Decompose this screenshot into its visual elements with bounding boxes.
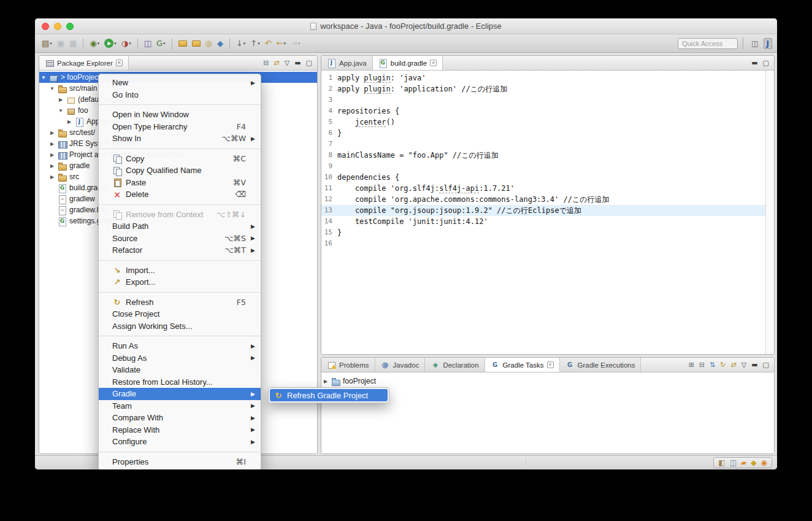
maximize-view-button[interactable]: ▢ <box>762 360 770 369</box>
code-editor[interactable]: 1 apply plugin: 'java' 2 apply plugin: '… <box>321 71 774 354</box>
expand-all-button[interactable]: ⊞ <box>688 360 695 369</box>
open-resource-button[interactable]: ▾ <box>177 36 189 51</box>
editor-tab[interactable]: build.gradle × <box>373 56 443 70</box>
code-line[interactable]: 13 compile "org.jsoup:jsoup:1.9.2" //この行… <box>321 205 774 216</box>
dropdown-arrow-icon[interactable]: ▾ <box>258 41 260 46</box>
toolbar-separator[interactable]: ▾ <box>83 38 83 49</box>
context-menu-item[interactable]: Restore from Local History... ▶ <box>99 376 261 388</box>
dropdown-arrow-icon[interactable]: ▾ <box>114 41 117 46</box>
toolbar-separator[interactable]: ▾ <box>229 38 230 49</box>
dropdown-arrow-icon[interactable]: ▾ <box>298 41 301 46</box>
java-perspective-button[interactable]: J <box>764 38 772 49</box>
context-menu-item[interactable]: Copy Qualified Name ▶ <box>99 164 261 177</box>
context-menu-item[interactable]: Configure ▶ <box>99 436 261 448</box>
mark-occurrences-button[interactable]: ◆ ▾ <box>215 36 225 51</box>
context-menu-item[interactable]: Assign Working Sets... ▶ <box>99 320 261 333</box>
dropdown-arrow-icon[interactable]: ▾ <box>129 41 131 46</box>
next-annotation-button[interactable]: ↓ ▾ <box>234 36 247 51</box>
code-line[interactable]: 15 } <box>321 227 774 238</box>
context-menu-item[interactable]: Source ⌥⌘S ▶ <box>99 233 261 245</box>
debug-button[interactable]: ◉ ▾ <box>88 36 101 51</box>
dropdown-arrow-icon[interactable]: ▾ <box>98 41 100 46</box>
context-menu-item[interactable]: Gradle ▶ <box>99 388 261 400</box>
code-line[interactable]: 4 repositories { <box>321 106 774 117</box>
context-menu-item[interactable]: Close Project ▶ <box>99 308 261 320</box>
tree-arrow-icon[interactable]: ▼ <box>49 86 55 91</box>
tree-arrow-icon[interactable]: ▶ <box>49 174 55 180</box>
context-menu-item[interactable]: Replace With ▶ <box>99 424 261 436</box>
code-line[interactable]: 7 <box>321 139 774 150</box>
new-gradle-project-button[interactable]: G ▾ <box>155 36 167 51</box>
close-view-icon[interactable]: × <box>116 60 123 66</box>
search-button[interactable]: ◎ ▾ <box>204 36 214 51</box>
tree-arrow-icon[interactable]: ▶ <box>58 97 64 102</box>
context-menu-item[interactable]: Delete ⌫ ▶ <box>99 188 261 201</box>
package-explorer-tab[interactable]: Package Explorer × <box>39 56 129 70</box>
code-line[interactable]: 6 } <box>321 128 774 139</box>
code-line[interactable]: 8 mainClassName = "foo.App" //この行追加 <box>321 150 774 161</box>
minimize-view-button[interactable]: ▬ <box>750 58 759 68</box>
tree-arrow-icon[interactable]: ▼ <box>58 108 64 114</box>
code-line[interactable]: 12 compile 'org.apache.commons:commons-l… <box>321 194 774 205</box>
context-menu-item[interactable]: Refresh F5 ▶ <box>99 296 261 309</box>
save-button[interactable]: ▣ ▾ <box>55 36 66 51</box>
panel-tab[interactable]: Problems × <box>321 358 375 372</box>
edit-button[interactable]: ◆ <box>751 458 756 467</box>
context-menu-item[interactable]: Compare With ▶ <box>99 412 261 424</box>
context-menu-item[interactable]: Show In ⌥⌘W ▶ <box>99 133 261 145</box>
context-menu-item[interactable]: Open in New Window ▶ <box>99 109 261 121</box>
close-tab-icon[interactable]: × <box>430 60 437 66</box>
tree-arrow-icon[interactable]: ▼ <box>40 75 47 80</box>
forward-button[interactable]: → ▾ <box>289 36 302 51</box>
context-menu-item[interactable]: Team ▶ <box>99 400 261 412</box>
sash-handle[interactable]: ⋮ <box>523 458 529 466</box>
save-all-button[interactable]: ▦ ▾ <box>67 36 79 51</box>
dropdown-arrow-icon[interactable]: ▾ <box>163 41 166 46</box>
refresh-tasks-button[interactable]: ↻ <box>719 360 727 369</box>
context-menu-item[interactable]: New ▶ <box>99 77 261 89</box>
back-button[interactable]: ← ▾ <box>275 36 288 51</box>
sort-button[interactable]: ⇅ <box>708 360 716 369</box>
close-window-button[interactable] <box>42 23 49 30</box>
panel-tab[interactable]: Gradle Executions × <box>560 358 642 372</box>
collapse-all-button[interactable]: ⊟ <box>698 360 706 369</box>
toolbar-separator[interactable]: ▾ <box>172 38 172 49</box>
minimize-window-button[interactable] <box>54 23 61 30</box>
panel-tab[interactable]: Javadoc × <box>375 358 426 372</box>
import-button[interactable]: ▾ <box>190 36 202 51</box>
editor-tab[interactable]: App.java × <box>321 56 373 70</box>
map-button[interactable]: ◫ <box>730 458 737 467</box>
titlebar[interactable]: workspace - Java - fooProject/build.grad… <box>35 18 777 34</box>
code-line[interactable]: 3 <box>321 95 774 106</box>
toggle-flat-button[interactable]: ⇄ <box>730 360 738 369</box>
panel-tab[interactable]: Gradle Tasks × <box>485 358 560 372</box>
link-with-editor-button[interactable]: ⇄ <box>273 58 281 68</box>
tree-arrow-icon[interactable]: ▶ <box>49 152 55 158</box>
tree-arrow-icon[interactable]: ▶ <box>49 130 55 136</box>
context-menu-item[interactable]: Open Type Hierarchy F4 ▶ <box>99 121 261 133</box>
code-line[interactable]: 5 jcenter() <box>321 117 774 128</box>
collapse-all-button[interactable]: ⊟ <box>262 58 270 68</box>
panel-tab[interactable]: Declaration × <box>425 358 485 372</box>
tree-arrow-icon[interactable]: ▶ <box>49 141 55 147</box>
maximize-view-button[interactable]: ▢ <box>762 58 770 68</box>
zoom-window-button[interactable] <box>66 23 74 30</box>
context-menu-item[interactable]: Run As ▶ <box>99 340 261 352</box>
submenu-item[interactable]: Refresh Gradle Project <box>270 389 388 401</box>
maximize-view-button[interactable]: ▢ <box>305 58 313 68</box>
dropdown-arrow-icon[interactable]: ▾ <box>50 41 52 46</box>
dropdown-arrow-icon[interactable]: ▾ <box>284 41 286 46</box>
bookmark-button[interactable]: ▰ <box>741 458 746 467</box>
context-menu-item[interactable]: Build Path ▶ <box>99 220 261 233</box>
view-menu-button[interactable]: ▽ <box>740 360 748 369</box>
context-menu-item[interactable]: Paste ⌘V ▶ <box>99 177 261 189</box>
code-line[interactable]: 14 testCompile 'junit:junit:4.12' <box>321 216 774 227</box>
tree-arrow-icon[interactable]: ▶ <box>49 163 55 169</box>
previous-annotation-button[interactable]: ↑ ▾ <box>248 36 261 51</box>
quick-access-input[interactable] <box>678 38 738 49</box>
run-button[interactable]: ▶ ▾ <box>102 36 118 51</box>
context-menu-item[interactable]: Refactor ⌥⌘T ▶ <box>99 244 261 257</box>
code-line[interactable]: 1 apply plugin: 'java' <box>321 72 774 83</box>
code-line[interactable]: 11 compile 'org.slf4j:slf4j-api:1.7.21' <box>321 183 774 194</box>
context-menu-item[interactable]: Import... ▶ <box>99 264 261 277</box>
